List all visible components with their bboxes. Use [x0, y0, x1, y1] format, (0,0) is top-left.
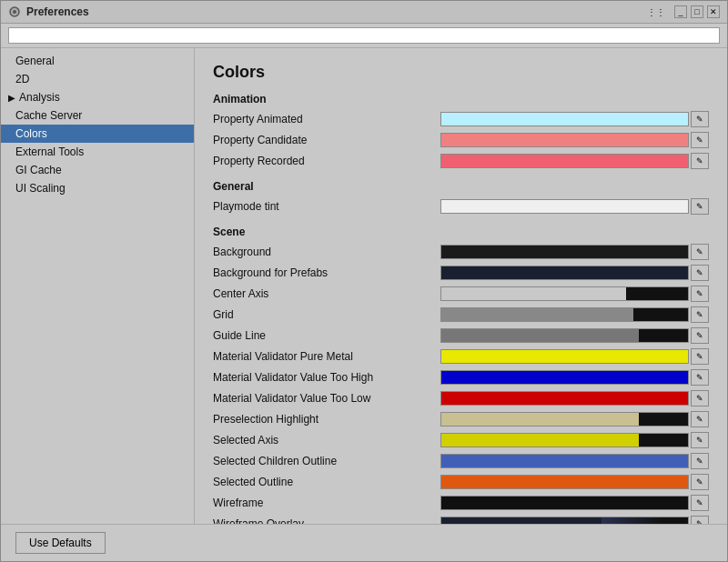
sidebar-item-colors[interactable]: Colors [1, 125, 194, 143]
color-label: Material Validator Value Too Low [213, 392, 440, 405]
color-row-guide-line: Guide Line ✎ [213, 326, 709, 346]
sidebar-item-general[interactable]: General [1, 52, 194, 70]
color-row-selected-outline: Selected Outline ✎ [213, 472, 709, 492]
color-label: Property Animated [213, 113, 440, 125]
search-input[interactable] [8, 27, 720, 44]
sidebar-item-external-tools[interactable]: External Tools [1, 143, 194, 161]
color-label: Grid [213, 308, 440, 321]
color-row-grid: Grid ✎ [213, 305, 709, 325]
color-swatch-container: ✎ [440, 495, 709, 511]
color-edit-button[interactable]: ✎ [691, 453, 709, 469]
color-swatch-container: ✎ [440, 390, 709, 406]
color-row-wireframe: Wireframe ✎ [213, 493, 709, 513]
main-content: General 2D ▶ Analysis Cache Server Color… [1, 48, 727, 524]
color-row-material-too-high: Material Validator Value Too High ✎ [213, 367, 709, 387]
color-swatch[interactable] [440, 266, 689, 280]
color-swatch-container: ✎ [440, 244, 709, 260]
color-edit-button[interactable]: ✎ [691, 369, 709, 386]
color-swatch-container: ✎ [440, 327, 709, 344]
color-edit-button[interactable]: ✎ [691, 111, 709, 127]
color-row-selected-children: Selected Children Outline ✎ [213, 451, 709, 471]
color-label: Background [213, 246, 440, 258]
color-label: Property Candidate [213, 134, 440, 146]
color-swatch[interactable] [440, 412, 689, 427]
sidebar-item-label: External Tools [15, 146, 84, 158]
maximize-button[interactable]: □ [691, 5, 703, 18]
color-swatch-container: ✎ [440, 153, 709, 169]
color-row-center-axis: Center Axis ✎ [213, 284, 709, 304]
color-edit-button[interactable]: ✎ [691, 306, 709, 323]
color-label: Selected Children Outline [213, 455, 440, 467]
color-edit-button[interactable]: ✎ [691, 153, 709, 169]
content-area: Colors Animation Property Animated ✎ Pro… [195, 48, 727, 524]
bottom-bar: Use Defaults [1, 524, 727, 561]
page-title: Colors [213, 63, 709, 82]
color-edit-button[interactable]: ✎ [691, 411, 709, 427]
color-swatch[interactable] [440, 517, 689, 524]
color-label: Wireframe Overlay [213, 517, 440, 524]
color-label: Property Recorded [213, 155, 440, 167]
sidebar-item-2d[interactable]: 2D [1, 70, 194, 88]
color-swatch[interactable] [440, 433, 689, 447]
color-swatch[interactable] [440, 370, 689, 385]
close-button[interactable]: ✕ [707, 5, 720, 18]
color-swatch[interactable] [440, 349, 689, 364]
color-swatch-container: ✎ [440, 432, 709, 448]
color-edit-button[interactable]: ✎ [691, 286, 709, 302]
color-swatch[interactable] [440, 496, 689, 510]
color-row-property-animated: Property Animated ✎ [213, 109, 709, 129]
color-label: Preselection Highlight [213, 413, 440, 426]
color-edit-button[interactable]: ✎ [691, 390, 709, 406]
color-row-selected-axis: Selected Axis ✎ [213, 430, 709, 450]
color-swatch[interactable] [440, 133, 689, 147]
color-swatch[interactable] [440, 112, 689, 126]
sidebar-item-ui-scaling[interactable]: UI Scaling [1, 179, 194, 197]
sidebar-item-cache-server[interactable]: Cache Server [1, 106, 194, 125]
color-label: Playmode tint [213, 200, 440, 213]
color-label: Material Validator Value Too High [213, 371, 440, 384]
color-row-background: Background ✎ [213, 242, 709, 262]
color-edit-button[interactable]: ✎ [691, 432, 709, 448]
color-edit-button[interactable]: ✎ [691, 265, 709, 281]
color-swatch[interactable] [440, 454, 689, 468]
color-swatch[interactable] [440, 391, 689, 406]
color-edit-button[interactable]: ✎ [691, 495, 709, 511]
color-swatch[interactable] [440, 245, 689, 259]
color-swatch[interactable] [440, 286, 689, 301]
color-edit-button[interactable]: ✎ [691, 516, 709, 524]
color-edit-button[interactable]: ✎ [691, 348, 709, 365]
minimize-button[interactable]: _ [674, 5, 687, 18]
color-edit-button[interactable]: ✎ [691, 327, 709, 344]
color-swatch-container: ✎ [440, 474, 709, 490]
color-label: Guide Line [213, 329, 440, 342]
color-edit-button[interactable]: ✎ [691, 474, 709, 490]
color-swatch-container: ✎ [440, 265, 709, 281]
color-label: Center Axis [213, 287, 440, 300]
sidebar-item-label: GI Cache [15, 164, 62, 176]
search-bar [1, 24, 727, 48]
color-row-playmode-tint: Playmode tint ✎ [213, 196, 709, 216]
color-edit-button[interactable]: ✎ [691, 244, 709, 260]
color-swatch[interactable] [440, 307, 689, 322]
color-row-preselection: Preselection Highlight ✎ [213, 409, 709, 429]
color-label: Background for Prefabs [213, 266, 440, 279]
color-swatch[interactable] [440, 328, 689, 343]
title-bar-label: Preferences [26, 5, 647, 18]
color-swatch[interactable] [440, 199, 689, 214]
color-edit-button[interactable]: ✎ [691, 198, 709, 215]
color-swatch[interactable] [440, 475, 689, 489]
color-swatch[interactable] [440, 154, 689, 168]
color-swatch-container: ✎ [440, 306, 709, 323]
use-defaults-button[interactable]: Use Defaults [15, 532, 106, 554]
sidebar-item-analysis[interactable]: ▶ Analysis [1, 88, 194, 106]
color-swatch-container: ✎ [440, 111, 709, 127]
preferences-icon [8, 5, 21, 18]
color-row-property-recorded: Property Recorded ✎ [213, 151, 709, 171]
color-label: Selected Axis [213, 434, 440, 447]
section-animation: Animation [213, 93, 709, 105]
color-edit-button[interactable]: ✎ [691, 132, 709, 148]
color-swatch-container: ✎ [440, 348, 709, 365]
sidebar: General 2D ▶ Analysis Cache Server Color… [1, 48, 195, 524]
sidebar-item-label: UI Scaling [15, 182, 66, 195]
sidebar-item-gi-cache[interactable]: GI Cache [1, 161, 194, 179]
